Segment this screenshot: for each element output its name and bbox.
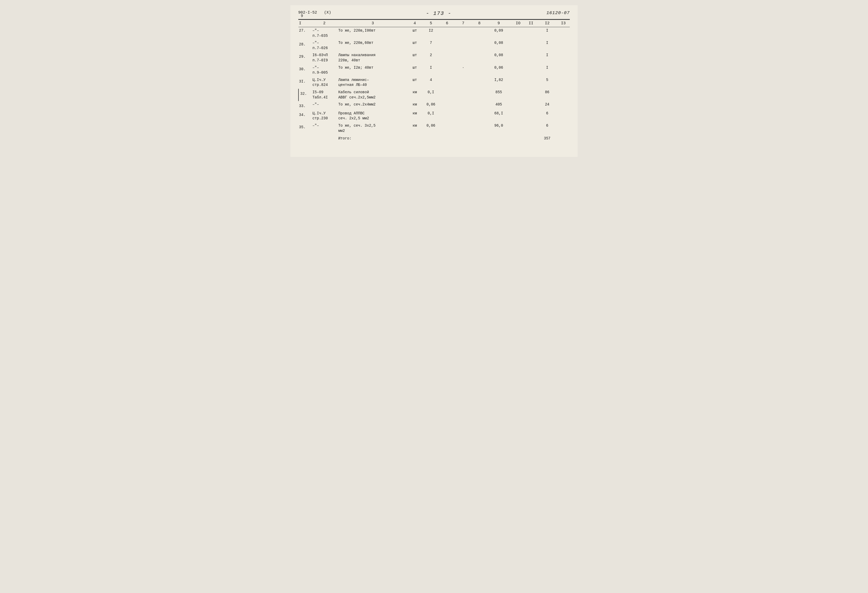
cell-row4-col13 [557,77,570,89]
cell-row3-col1: 30. [298,64,311,77]
cell-row4-col12: 5 [537,77,557,89]
cell-row5-col6 [440,89,453,101]
cell-row4-col6 [440,77,453,89]
cell-row3-col12: I [537,64,557,77]
col-header-4: 4 [408,20,421,27]
cell-row9-col9 [486,134,512,146]
cell-row0-col12: I [537,27,557,40]
cell-row0-col1: 27. [298,27,311,40]
cell-row2-col3: Лампы накаливания220в, 40вт [337,52,408,64]
cell-row6-col9: 405 [486,101,512,110]
header-right: 16120-07 [546,10,570,15]
cell-row5-col1: 32. [298,89,311,101]
cell-row9-col11 [525,134,537,146]
cell-row0-col10 [512,27,524,40]
cell-row0-col3: То же, 220в,I00вт [337,27,408,40]
table-row: 28.–"–п.7–026То же, 220в,60втшт70,08I [298,40,570,52]
cell-row3-col5: I [421,64,440,77]
cell-row5-col7 [453,89,473,101]
cell-row2-col6 [440,52,453,64]
cell-row1-col11 [525,40,537,52]
col-header-11: II [525,20,537,27]
cell-row2-col9: 0,08 [486,52,512,64]
cell-row4-col2: Ц.Iч.Устр.824 [311,77,337,89]
table-row: 30.–"–п.9–005То же, I2в; 40втштI·0,06I [298,64,570,77]
cell-row3-col6 [440,64,453,77]
cell-row8-col5: 0,06 [421,122,440,134]
cell-row7-col12: 6 [537,110,557,122]
cell-row6-col11 [525,101,537,110]
cell-row9-col12: 357 [537,134,557,146]
cell-row6-col6 [440,101,453,110]
cell-row5-col3: Кабель силовойАВВГ сеч.2х2,5мм2 [337,89,408,101]
cell-row1-col1: 28. [298,40,311,52]
cell-row1-col8 [473,40,486,52]
cell-row3-col13 [557,64,570,77]
cell-row0-col13 [557,27,570,40]
cell-row7-col11 [525,110,537,122]
cell-row6-col1: 33. [298,101,311,110]
cell-row3-col10 [512,64,524,77]
header-center: - 173 - [426,10,452,16]
table-row: Итого:357 [298,134,570,146]
cell-row8-col13 [557,122,570,134]
cell-row9-col7 [453,134,473,146]
cell-row0-col5: I2 [421,27,440,40]
cell-row7-col3: Провод АППВСсеч. 2х2,5 мм2 [337,110,408,122]
cell-row4-col11 [525,77,537,89]
cell-row2-col2: I6–03чПп.7–0I9 [311,52,337,64]
table-row: 29.I6–03чПп.7–0I9Лампы накаливания220в, … [298,52,570,64]
cell-row7-col9: 68,I [486,110,512,122]
col-header-1: I [298,20,311,27]
cell-row0-col9: 0,09 [486,27,512,40]
cell-row9-col2 [311,134,337,146]
cell-row4-col8 [473,77,486,89]
table-row: 34.Ц.Iч.Устр.230Провод АППВСсеч. 2х2,5 м… [298,110,570,122]
cell-row8-col7 [453,122,473,134]
doc-paren: (X) [324,10,331,15]
cell-row9-col10 [512,134,524,146]
cell-row3-col8 [473,64,486,77]
column-header-row: I 2 3 4 5 6 7 8 9 IO II I2 I3 [298,20,570,27]
cell-row2-col7 [453,52,473,64]
cell-row7-col5: 0,I [421,110,440,122]
cell-row6-col10 [512,101,524,110]
cell-row8-col1: 35. [298,122,311,134]
cell-row8-col4: км [408,122,421,134]
cell-row2-col8 [473,52,486,64]
cell-row9-col6 [440,134,453,146]
cell-row9-col13 [557,134,570,146]
cell-row9-col5 [421,134,440,146]
cell-row4-col1: 3I. [298,77,311,89]
cell-row7-col7 [453,110,473,122]
main-table: I 2 3 4 5 6 7 8 9 IO II I2 I3 27.–"–п.7–… [298,19,570,146]
cell-row6-col13 [557,101,570,110]
cell-row6-col12: 24 [537,101,557,110]
cell-row4-col5: 4 [421,77,440,89]
cell-row3-col2: –"–п.9–005 [311,64,337,77]
cell-row3-col4: шт [408,64,421,77]
cell-row2-col11 [525,52,537,64]
cell-row8-col8 [473,122,486,134]
cell-row8-col6 [440,122,453,134]
cell-row7-col2: Ц.Iч.Устр.230 [311,110,337,122]
cell-row0-col2: –"–п.7–035 [311,27,337,40]
cell-row1-col7 [453,40,473,52]
cell-row7-col1: 34. [298,110,311,122]
cell-row3-col9: 0,06 [486,64,512,77]
col-header-3: 3 [337,20,408,27]
cell-row7-col6 [440,110,453,122]
cell-row5-col13 [557,89,570,101]
col-header-12: I2 [537,20,557,27]
header: 902-I-52 (X) 9 - 173 - 16120-07 [298,10,570,18]
cell-row8-col11 [525,122,537,134]
cell-row3-col3: То же, I2в; 40вт [337,64,408,77]
cell-row6-col2: –"– [311,101,337,110]
cell-row5-col11 [525,89,537,101]
cell-row2-col12: I [537,52,557,64]
cell-row6-col7 [453,101,473,110]
cell-row0-col11 [525,27,537,40]
cell-row8-col9: 96,0 [486,122,512,134]
cell-row1-col2: –"–п.7–026 [311,40,337,52]
cell-row4-col9: I,82 [486,77,512,89]
